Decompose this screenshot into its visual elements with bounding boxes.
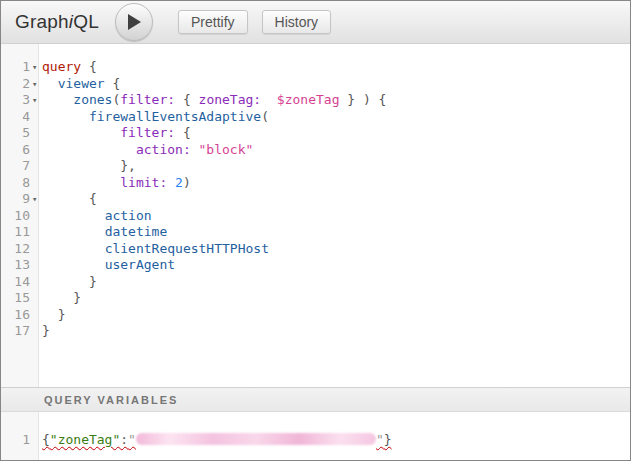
query-editor[interactable]: 1▾query {2▾ viewer {3▾ zones(filter: { z… <box>1 44 630 387</box>
code-token: filter: <box>120 125 175 140</box>
code-line[interactable]: 11 datetime <box>1 224 630 241</box>
app-title: GraphiQL <box>15 11 99 33</box>
code-line[interactable]: 12 clientRequestHTTPHost <box>1 241 630 258</box>
code-line[interactable]: 6 action: "block" <box>1 142 630 159</box>
fold-gutter-spacer <box>30 175 42 192</box>
code-token: userAgent <box>105 257 175 272</box>
code-token: "block" <box>199 142 254 157</box>
code-text: userAgent <box>42 257 175 274</box>
prettify-button[interactable]: Prettify <box>178 10 248 34</box>
code-token <box>81 59 89 74</box>
fold-gutter-spacer <box>30 290 42 307</box>
fold-arrow-icon[interactable]: ▾ <box>30 59 42 76</box>
code-token: : <box>120 432 128 447</box>
code-token: " <box>128 432 136 447</box>
code-token: " <box>376 432 384 447</box>
code-token: } <box>384 432 392 447</box>
code-token <box>42 257 105 272</box>
code-line[interactable]: 2▾ viewer { <box>1 76 630 93</box>
line-number: 16 <box>1 307 30 324</box>
code-token <box>42 109 89 124</box>
code-token: 2 <box>175 175 183 190</box>
fold-gutter-spacer <box>30 257 42 274</box>
code-line[interactable]: 17} <box>1 323 630 340</box>
code-token: { <box>175 92 198 107</box>
code-token: action: <box>136 142 191 157</box>
code-line[interactable]: 4 firewallEventsAdaptive( <box>1 109 630 126</box>
line-number: 2 <box>1 76 30 93</box>
line-number: 7 <box>1 158 30 175</box>
play-icon <box>127 14 143 30</box>
code-token: } <box>42 274 97 289</box>
code-token <box>167 175 175 190</box>
code-text: datetime <box>42 224 167 241</box>
line-number: 17 <box>1 323 30 340</box>
code-text: firewallEventsAdaptive( <box>42 109 269 126</box>
code-token <box>261 92 277 107</box>
code-token <box>42 142 136 157</box>
code-token: viewer <box>58 76 105 91</box>
toolbar: GraphiQL Prettify History <box>1 1 630 44</box>
code-token <box>42 241 105 256</box>
code-token: $zoneTag <box>277 92 340 107</box>
fold-gutter-spacer <box>30 274 42 291</box>
code-token: action <box>105 208 152 223</box>
code-text: filter: { <box>42 125 191 142</box>
code-token: }, <box>42 158 136 173</box>
code-text: action <box>42 208 152 225</box>
code-line[interactable]: 15 } <box>1 290 630 307</box>
line-number: 5 <box>1 125 30 142</box>
code-token: { <box>89 59 97 74</box>
fold-arrow-icon[interactable]: ▾ <box>30 76 42 93</box>
code-line[interactable]: 8 limit: 2) <box>1 175 630 192</box>
code-token: { <box>105 76 121 91</box>
code-line[interactable]: 1{"zoneTag":""} <box>1 432 630 449</box>
code-text: } <box>42 290 81 307</box>
code-text: } <box>42 307 65 324</box>
fold-gutter-spacer <box>30 208 42 225</box>
code-text: } <box>42 323 50 340</box>
line-number: 13 <box>1 257 30 274</box>
code-token: "zoneTag" <box>50 432 120 447</box>
code-line[interactable]: 5 filter: { <box>1 125 630 142</box>
code-text: }, <box>42 158 136 175</box>
code-line[interactable]: 3▾ zones(filter: { zoneTag: $zoneTag } )… <box>1 92 630 109</box>
line-number: 9 <box>1 191 30 208</box>
fold-gutter-spacer <box>30 307 42 324</box>
code-line[interactable]: 9▾ { <box>1 191 630 208</box>
query-variables-title: QUERY VARIABLES <box>44 394 178 406</box>
code-token: firewallEventsAdaptive <box>89 109 261 124</box>
code-line[interactable]: 10 action <box>1 208 630 225</box>
code-token <box>42 125 120 140</box>
code-line[interactable]: 13 userAgent <box>1 257 630 274</box>
fold-arrow-icon[interactable]: ▾ <box>30 191 42 208</box>
code-line[interactable]: 16 } <box>1 307 630 324</box>
query-editor-lines: 1▾query {2▾ viewer {3▾ zones(filter: { z… <box>1 44 630 340</box>
line-number: 14 <box>1 274 30 291</box>
line-number: 11 <box>1 224 30 241</box>
execute-button[interactable] <box>115 3 153 41</box>
query-variables-header[interactable]: QUERY VARIABLES <box>1 387 630 412</box>
code-token: { <box>175 125 191 140</box>
fold-arrow-icon[interactable]: ▾ <box>30 92 42 109</box>
code-line[interactable]: 1▾query { <box>1 59 630 76</box>
line-number: 15 <box>1 290 30 307</box>
variables-editor[interactable]: 1{"zoneTag":""} <box>1 412 630 460</box>
line-number: 3 <box>1 92 30 109</box>
code-token: zones <box>73 92 112 107</box>
fold-gutter-spacer <box>30 224 42 241</box>
code-token: limit: <box>120 175 167 190</box>
history-button[interactable]: History <box>262 10 332 34</box>
code-line[interactable]: 7 }, <box>1 158 630 175</box>
fold-gutter-spacer <box>30 125 42 142</box>
line-number: 1 <box>1 59 30 76</box>
code-line[interactable]: 14 } <box>1 274 630 291</box>
code-token <box>42 208 105 223</box>
line-number: 6 <box>1 142 30 159</box>
code-token: datetime <box>105 224 168 239</box>
line-number: 8 <box>1 175 30 192</box>
fold-gutter-spacer <box>30 432 42 449</box>
code-token: } <box>42 307 65 322</box>
code-text: } <box>42 274 97 291</box>
code-token: clientRequestHTTPHost <box>105 241 269 256</box>
